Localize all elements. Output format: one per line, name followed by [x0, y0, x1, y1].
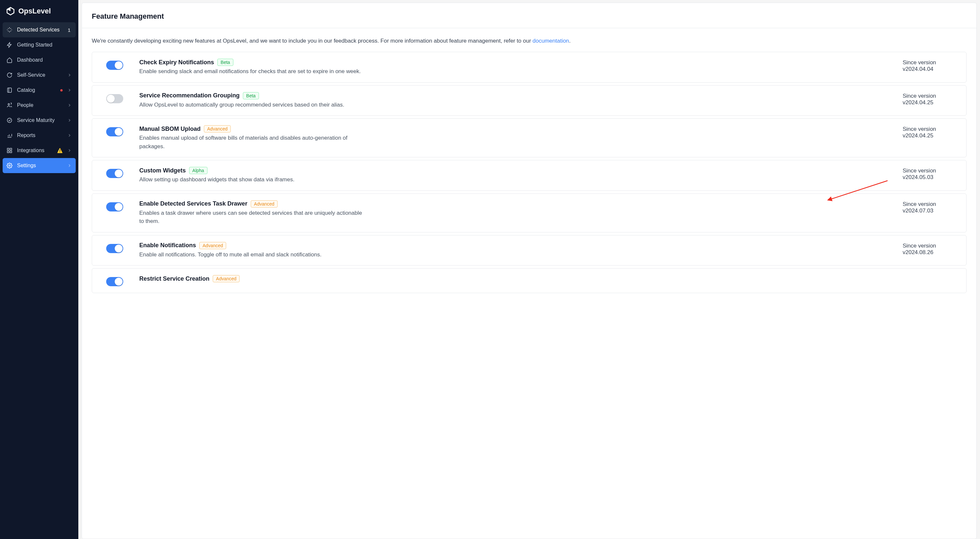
chevron-right-icon	[67, 103, 72, 108]
nav-label: Getting Started	[17, 42, 72, 48]
svg-point-7	[9, 165, 11, 167]
grid-icon	[6, 148, 13, 153]
feature-badge: Advanced	[213, 275, 240, 282]
feature-card: Service Recommendation GroupingBetaAllow…	[92, 85, 967, 116]
nav-settings[interactable]: Settings	[3, 158, 76, 173]
version-label: Since version	[903, 167, 958, 174]
chevron-right-icon	[67, 148, 72, 153]
opslevel-logo-icon	[6, 6, 15, 16]
chevron-right-icon	[67, 88, 72, 92]
lightning-icon	[6, 42, 13, 48]
feature-toggle[interactable]	[106, 169, 123, 178]
version-value: v2024.04.25	[903, 132, 958, 139]
feature-badge: Advanced	[204, 125, 231, 132]
nav-dashboard[interactable]: Dashboard	[3, 53, 76, 67]
sparkles-icon	[6, 27, 13, 33]
svg-rect-0	[8, 88, 11, 92]
feature-card: Restrict Service CreationAdvanced	[92, 268, 967, 293]
feature-description: Enables manual upload of software bills …	[139, 134, 362, 150]
feature-toggle[interactable]	[106, 61, 123, 70]
features-list: Check Expiry NotificationsBetaEnable sen…	[82, 52, 977, 303]
feature-title: Restrict Service Creation	[139, 276, 210, 282]
svg-point-2	[7, 118, 12, 123]
svg-rect-4	[10, 148, 12, 150]
version-value: v2024.08.26	[903, 249, 958, 256]
version-label: Since version	[903, 93, 958, 99]
nav-label: Service Maturity	[17, 117, 63, 123]
feature-title: Service Recommendation Grouping	[139, 92, 240, 99]
nav-label: Settings	[17, 163, 63, 169]
version-label: Since version	[903, 242, 958, 249]
intro-text: We're constantly developing exciting new…	[82, 28, 977, 52]
feature-title: Check Expiry Notifications	[139, 59, 214, 66]
book-icon	[6, 87, 13, 93]
feature-title: Manual SBOM Upload	[139, 126, 200, 132]
refresh-icon	[6, 72, 13, 78]
home-icon	[6, 57, 13, 63]
feature-toggle[interactable]	[106, 94, 123, 103]
feature-card: Enable Detected Services Task DrawerAdva…	[92, 193, 967, 233]
nav-self-service[interactable]: Self-Service	[3, 67, 76, 83]
version-label: Since version	[903, 59, 958, 66]
nav-label: Reports	[17, 132, 63, 138]
logo[interactable]: OpsLevel	[0, 0, 78, 22]
nav-detected-services[interactable]: Detected Services 1	[3, 22, 76, 37]
feature-title: Enable Detected Services Task Drawer	[139, 200, 247, 207]
nav-integrations[interactable]: Integrations ⚠️	[3, 143, 76, 158]
page-title: Feature Management	[92, 12, 967, 21]
nav: Detected Services 1 Getting Started Dash…	[0, 22, 78, 173]
feature-description: Allow setting up dashboard widgets that …	[139, 175, 362, 184]
documentation-link[interactable]: documentation	[533, 38, 569, 44]
notification-dot-icon	[60, 89, 63, 91]
main-content: Feature Management We're constantly deve…	[82, 3, 977, 539]
svg-rect-6	[10, 151, 12, 153]
version-value: v2024.07.03	[903, 207, 958, 214]
feature-title: Custom Widgets	[139, 167, 186, 174]
feature-card: Custom WidgetsAlphaAllow setting up dash…	[92, 160, 967, 191]
nav-getting-started[interactable]: Getting Started	[3, 37, 76, 53]
nav-people[interactable]: People	[3, 98, 76, 113]
nav-reports[interactable]: Reports	[3, 128, 76, 143]
nav-label: Integrations	[17, 148, 52, 153]
nav-label: Dashboard	[17, 57, 72, 63]
feature-toggle[interactable]	[106, 127, 123, 136]
feature-card: Manual SBOM UploadAdvancedEnables manual…	[92, 118, 967, 157]
chevron-right-icon	[67, 163, 72, 168]
feature-badge: Advanced	[199, 242, 226, 249]
feature-toggle[interactable]	[106, 277, 123, 286]
nav-catalog[interactable]: Catalog	[3, 83, 76, 98]
chevron-right-icon	[67, 118, 72, 123]
gear-icon	[6, 163, 13, 169]
feature-description: Allow OpsLevel to automatically group re…	[139, 100, 362, 109]
feature-description: Enables a task drawer where users can se…	[139, 209, 362, 226]
nav-label: People	[17, 102, 63, 108]
feature-card: Enable NotificationsAdvancedEnable all n…	[92, 235, 967, 266]
svg-rect-5	[7, 151, 9, 153]
chevron-right-icon	[67, 73, 72, 77]
feature-toggle[interactable]	[106, 244, 123, 253]
version-value: v2024.05.03	[903, 174, 958, 181]
sidebar: OpsLevel Detected Services 1 Getting Sta…	[0, 0, 78, 539]
chevron-right-icon	[67, 133, 72, 138]
feature-badge: Advanced	[251, 200, 278, 207]
version-value: v2024.04.25	[903, 99, 958, 106]
intro-part-2: .	[569, 38, 571, 44]
brand-name: OpsLevel	[18, 7, 51, 15]
intro-part-1: We're constantly developing exciting new…	[92, 38, 533, 44]
feature-description: Enable sending slack and email notificat…	[139, 67, 362, 76]
nav-label: Detected Services	[17, 27, 62, 33]
feature-badge: Alpha	[189, 167, 207, 174]
svg-point-1	[8, 104, 10, 105]
feature-card: Check Expiry NotificationsBetaEnable sen…	[92, 52, 967, 83]
warning-icon: ⚠️	[57, 148, 63, 153]
nav-label: Self-Service	[17, 72, 63, 78]
chart-icon	[6, 132, 13, 138]
nav-service-maturity[interactable]: Service Maturity	[3, 113, 76, 128]
nav-count-badge: 1	[67, 27, 72, 33]
people-icon	[6, 102, 13, 108]
feature-toggle[interactable]	[106, 202, 123, 212]
version-value: v2024.04.04	[903, 66, 958, 72]
check-circle-icon	[6, 117, 13, 123]
svg-rect-3	[7, 148, 9, 150]
page-header: Feature Management	[82, 3, 977, 28]
